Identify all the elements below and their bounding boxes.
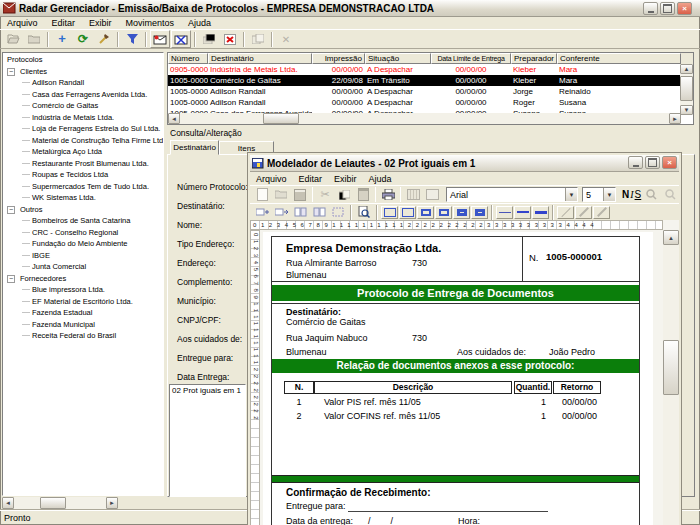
tree-item[interactable]: Blue impressora Ltda. — [3, 284, 163, 296]
tree-group-fornecedores[interactable]: −Fornecedores — [3, 273, 163, 285]
bold-button[interactable]: N — [622, 189, 629, 200]
table-row[interactable]: 1005-00001Adilson Randall00/00/00A Despa… — [168, 97, 693, 108]
scroll-right-icon[interactable]: ► — [669, 113, 681, 124]
col-header[interactable]: Situação — [365, 53, 431, 64]
col-header[interactable]: Conferente — [557, 53, 681, 64]
close-button[interactable]: × — [677, 2, 692, 15]
modal-maximize-button[interactable] — [645, 156, 660, 169]
tree-group-outros[interactable]: −Outros — [3, 204, 163, 216]
list-item[interactable]: 02 Prot iguais em 1 — [172, 386, 243, 395]
hline-thin-button[interactable] — [496, 206, 513, 219]
chevron-down-icon[interactable]: ▼ — [603, 188, 615, 201]
zoom-out-button[interactable] — [661, 187, 679, 202]
tree-item[interactable]: IBGE — [3, 250, 163, 262]
scroll-thumb[interactable] — [680, 76, 693, 101]
diagonal-thin-button[interactable] — [557, 206, 574, 219]
print-preview-button[interactable] — [355, 205, 373, 220]
minimize-button[interactable] — [643, 2, 658, 15]
tree-item[interactable]: Restaurante Prosit Blumenau Ltda. — [3, 158, 163, 170]
col-header[interactable]: Preparador — [511, 53, 557, 64]
grid-settings-button[interactable] — [404, 187, 422, 202]
closed-folder-button[interactable] — [24, 30, 44, 48]
tree-item[interactable]: WK Sistemas Ltda. — [3, 192, 163, 204]
print-button[interactable] — [379, 187, 397, 202]
scroll-thumb[interactable] — [663, 340, 679, 395]
close-all-button[interactable]: ✕ — [276, 30, 296, 48]
box-style-2-button[interactable] — [399, 206, 416, 219]
box-style-6-button[interactable] — [471, 206, 488, 219]
tree-root-protocolos[interactable]: Protocolos — [3, 54, 163, 66]
refresh-button[interactable]: ⟳ — [73, 30, 93, 48]
layout-listbox[interactable]: 02 Prot iguais em 1 — [169, 384, 246, 497]
col-header[interactable]: Número — [168, 53, 208, 64]
open-folder-button[interactable] — [3, 30, 23, 48]
tree-item[interactable]: Roupas e Tecidos Ltda — [3, 169, 163, 181]
box-style-5-button[interactable] — [453, 206, 470, 219]
tree-item[interactable]: Fazenda Estadual — [3, 307, 163, 319]
tree-item[interactable]: Supermercados Tem de Tudo Ltda. — [3, 181, 163, 193]
restore-button[interactable] — [660, 2, 675, 15]
modal-minimize-button[interactable] — [628, 156, 643, 169]
preview-vscrollbar[interactable]: ▲ — [663, 230, 679, 525]
scroll-thumb[interactable] — [40, 497, 66, 509]
delete-button[interactable] — [220, 30, 240, 48]
hline-medium-button[interactable] — [514, 206, 531, 219]
grid-hscrollbar[interactable]: ◄ ► — [168, 113, 681, 124]
scroll-up-icon[interactable]: ▲ — [663, 230, 679, 245]
tab-destinatario[interactable]: Destinatário — [170, 140, 219, 155]
menu-arquivo[interactable]: Arquivo — [0, 18, 45, 28]
menu-ajuda[interactable]: Ajuda — [181, 18, 218, 28]
tree-hscrollbar[interactable]: ◄ ► — [2, 497, 118, 509]
font-family-select[interactable]: Arial ▼ — [446, 187, 578, 202]
tree-item[interactable]: Junta Comercial — [3, 261, 163, 273]
box-style-4-button[interactable] — [435, 206, 452, 219]
col-header[interactable]: Destinatário — [208, 53, 312, 64]
underline-button[interactable]: S — [635, 189, 642, 200]
diagonal-thick-button[interactable] — [593, 206, 610, 219]
tree-item[interactable]: EF Material de Escritório Ltda. — [3, 296, 163, 308]
hline-thick-button[interactable] — [532, 206, 549, 219]
box-style-1-button[interactable] — [381, 206, 398, 219]
add-button[interactable]: + — [52, 30, 72, 48]
scroll-up-icon[interactable]: ▲ — [680, 64, 693, 74]
tree-item[interactable]: Loja de Ferragens Estrela do Sul Ltda. — [3, 123, 163, 135]
tree-item[interactable]: Receita Federal do Brasil — [3, 330, 163, 342]
zoom-in-button[interactable] — [642, 187, 660, 202]
filter-button[interactable] — [122, 30, 142, 48]
save-button[interactable] — [291, 187, 309, 202]
tree-item[interactable]: Fazenda Municipal — [3, 319, 163, 331]
tree-group-clientes[interactable]: −Clientes — [3, 66, 163, 78]
scroll-down-icon[interactable]: ▼ — [680, 105, 693, 115]
collapse-icon[interactable]: − — [7, 275, 15, 283]
modal-menu-ajuda[interactable]: Ajuda — [363, 174, 398, 184]
scroll-right-icon[interactable]: ► — [106, 497, 118, 509]
chevron-down-icon[interactable]: ▼ — [565, 188, 577, 201]
modal-menu-arquivo[interactable]: Arquivo — [250, 174, 293, 184]
menu-editar[interactable]: Editar — [45, 18, 83, 28]
emit-protocol-button[interactable] — [150, 30, 170, 48]
copy-button[interactable] — [335, 187, 353, 202]
new-button[interactable] — [253, 187, 271, 202]
batch-button[interactable] — [199, 30, 219, 48]
grid-vscrollbar[interactable]: ▲ ▼ — [680, 64, 693, 115]
col-header[interactable]: Impressão — [312, 53, 365, 64]
snap-grid-button[interactable] — [329, 205, 347, 220]
tree-item[interactable]: Adilson Randall — [3, 77, 163, 89]
font-size-select[interactable]: 5 ▼ — [582, 187, 616, 202]
table-row-selected[interactable]: 1005-00000Comércio de Gaitas22/09/08Em T… — [168, 75, 693, 86]
move-field-button[interactable] — [272, 205, 290, 220]
tree-item[interactable]: Casa das Ferragens Avenida Ltda. — [3, 89, 163, 101]
diagonal-medium-button[interactable] — [575, 206, 592, 219]
collapse-icon[interactable]: − — [7, 68, 15, 76]
document-preview[interactable]: Empresa Demonstração Ltda. Rua Almirante… — [260, 230, 663, 525]
field-size-button[interactable] — [310, 205, 328, 220]
tree-item[interactable]: Material de Construção Telha Firme Ltda — [3, 135, 163, 147]
tree-item[interactable]: Comércio de Gaitas — [3, 100, 163, 112]
menu-exibir[interactable]: Exibir — [82, 18, 119, 28]
tree-item[interactable]: Metalúrgica Aço Ltda — [3, 146, 163, 158]
table-row[interactable]: 1005-00000Adilson Randall00/00/00A Despa… — [168, 86, 693, 97]
modal-close-button[interactable]: × — [662, 156, 677, 169]
paste-button[interactable] — [354, 187, 372, 202]
scroll-left-icon[interactable]: ◄ — [2, 497, 14, 509]
box-style-3-button[interactable] — [417, 206, 434, 219]
